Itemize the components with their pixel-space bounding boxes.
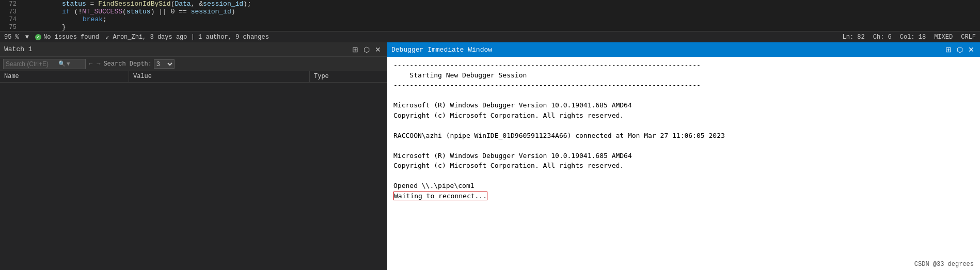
debugger-titlebar: Debugger Immediate Window ⊞ ⬡ ✕ bbox=[387, 42, 980, 57]
watch-panel: Watch 1 ⊞ ⬡ ✕ 🔍 ▼ ← → Search Depth: 3 1 … bbox=[0, 42, 387, 270]
git-info: ↙ Aron_Zhi, 3 days ago | 1 author, 9 cha… bbox=[105, 33, 269, 41]
watch-pin-button[interactable]: ⊞ bbox=[351, 45, 360, 54]
watch-search-input[interactable] bbox=[6, 60, 57, 68]
code-editor: 72 status = FindSessionIdBySid(Data, &se… bbox=[0, 0, 980, 31]
line-number-75: 75 bbox=[0, 24, 21, 31]
back-arrow-button[interactable]: ← bbox=[88, 60, 93, 68]
depth-select[interactable]: 3 1 2 4 5 bbox=[154, 59, 175, 69]
code-text-74: break; bbox=[83, 15, 107, 23]
issues-status: ✓ No issues found bbox=[35, 34, 99, 41]
status-right: Ln: 82 Ch: 6 Col: 18 MIXED CRLF bbox=[843, 34, 976, 41]
code-text-75: } bbox=[62, 23, 66, 31]
debugger-close-button[interactable]: ✕ bbox=[967, 45, 976, 54]
debugger-pin-button[interactable]: ⊞ bbox=[944, 45, 953, 54]
search-icon[interactable]: 🔍 bbox=[58, 60, 66, 67]
code-line-74: 74 break; bbox=[0, 15, 980, 23]
watch-titlebar: Watch 1 ⊞ ⬡ ✕ bbox=[0, 42, 387, 57]
col-status: Col: 18 bbox=[900, 34, 926, 41]
line-number-74: 74 bbox=[0, 16, 21, 23]
panels-row: Watch 1 ⊞ ⬡ ✕ 🔍 ▼ ← → Search Depth: 3 1 … bbox=[0, 42, 980, 270]
issues-icon: ✓ bbox=[35, 34, 41, 40]
watch-panel-icons[interactable]: ⊞ ⬡ ✕ bbox=[351, 45, 383, 54]
code-text-72: status = FindSessionIdBySid(Data, &sessi… bbox=[62, 0, 251, 8]
watermark: CSDN @33 degrees bbox=[914, 261, 974, 268]
code-text-73: if (!NT_SUCCESS(status) || 0 == session_… bbox=[62, 8, 235, 15]
code-line-75: 75 } bbox=[0, 23, 980, 31]
watch-table: Name Value Type bbox=[0, 71, 387, 270]
debugger-float-button[interactable]: ⬡ bbox=[955, 45, 965, 54]
watch-title: Watch 1 bbox=[4, 45, 33, 53]
code-line-72: 72 status = FindSessionIdBySid(Data, &se… bbox=[0, 0, 980, 8]
debugger-content: ----------------------------------------… bbox=[387, 57, 980, 270]
watch-col-name-header: Name bbox=[0, 71, 129, 82]
issues-label: No issues found bbox=[43, 34, 99, 41]
debugger-title-left: Debugger Immediate Window bbox=[391, 46, 492, 54]
watch-title-left: Watch 1 bbox=[4, 45, 33, 53]
line-number-72: 72 bbox=[0, 1, 21, 8]
divider: ▼ bbox=[25, 34, 29, 41]
mixed-status: MIXED bbox=[934, 34, 953, 41]
watch-table-header: Name Value Type bbox=[0, 71, 387, 83]
search-dropdown-icon[interactable]: ▼ bbox=[67, 61, 70, 67]
line-number-73: 73 bbox=[0, 8, 21, 15]
watch-float-button[interactable]: ⬡ bbox=[362, 45, 371, 54]
debugger-title: Debugger Immediate Window bbox=[391, 46, 492, 54]
watch-search-box[interactable]: 🔍 ▼ bbox=[3, 59, 86, 69]
zoom-level: 95 % bbox=[4, 34, 19, 41]
debugger-icons[interactable]: ⊞ ⬡ ✕ bbox=[944, 45, 976, 54]
watch-close-button[interactable]: ✕ bbox=[373, 45, 383, 54]
highlight-line: Waiting to reconnect... bbox=[393, 192, 487, 200]
ln-status: Ln: 82 bbox=[843, 34, 865, 41]
debugger-panel: Debugger Immediate Window ⊞ ⬡ ✕ --------… bbox=[387, 42, 980, 270]
watch-col-type-header: Type bbox=[310, 71, 387, 82]
depth-label: Search Depth: bbox=[103, 60, 152, 68]
crlf-status: CRLF bbox=[961, 34, 976, 41]
code-line-73: 73 if (!NT_SUCCESS(status) || 0 == sessi… bbox=[0, 8, 980, 15]
ch-status: Ch: 6 bbox=[873, 34, 892, 41]
forward-arrow-button[interactable]: → bbox=[96, 60, 101, 68]
watch-toolbar: 🔍 ▼ ← → Search Depth: 3 1 2 4 5 bbox=[0, 57, 387, 71]
status-bar: 95 % ▼ ✓ No issues found ↙ Aron_Zhi, 3 d… bbox=[0, 31, 980, 42]
watch-col-value-header: Value bbox=[129, 71, 310, 82]
